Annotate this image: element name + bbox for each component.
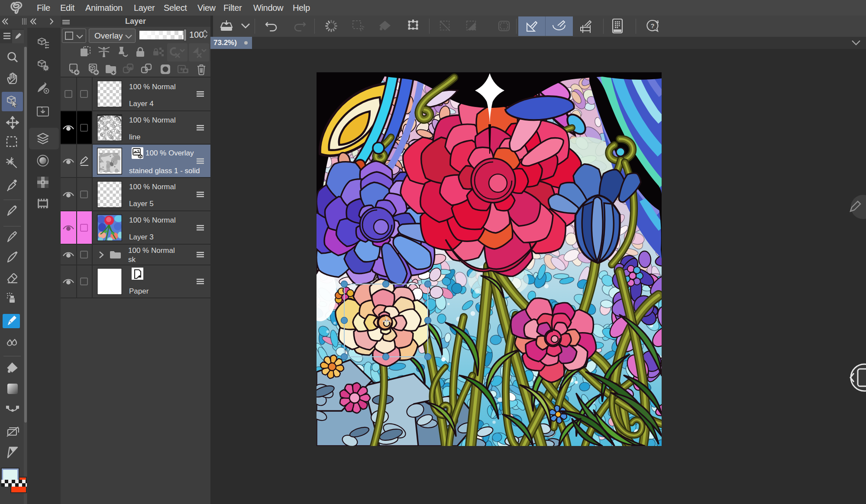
svg-text:?: ? — [650, 22, 654, 29]
